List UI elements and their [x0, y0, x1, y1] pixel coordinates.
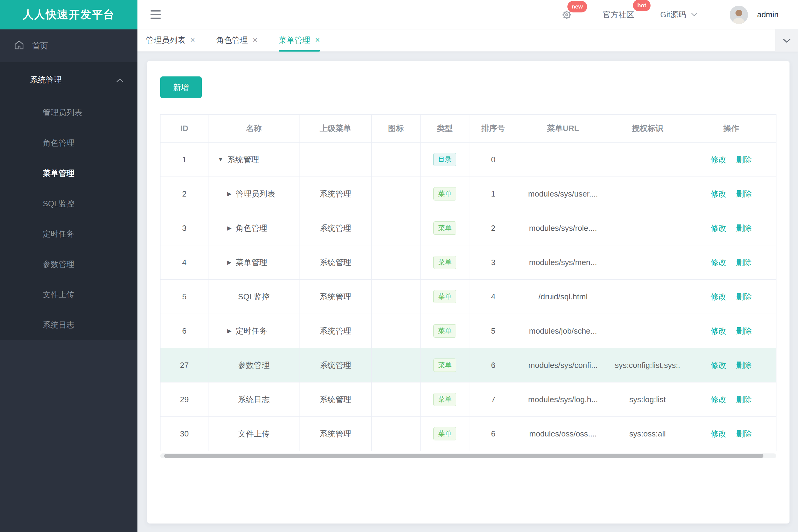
cell-actions: 修改删除	[686, 280, 777, 314]
edit-link[interactable]: 修改	[711, 155, 726, 164]
cell-menu-url: modules/sys/confi...	[517, 348, 609, 382]
tree-expand-icon[interactable]: ▼	[218, 156, 223, 163]
delete-link[interactable]: 删除	[736, 189, 752, 198]
delete-link[interactable]: 删除	[736, 224, 752, 233]
sidebar-group-title[interactable]: 系统管理	[0, 62, 137, 97]
delete-link[interactable]: 删除	[736, 361, 752, 370]
edit-link[interactable]: 修改	[711, 224, 726, 233]
cell-perms: sys:oss:all	[609, 417, 686, 451]
table-row[interactable]: 4▶菜单管理系统管理菜单3modules/sys/men...修改删除	[161, 245, 777, 280]
settings-button[interactable]: new	[560, 7, 574, 22]
cell-parent-menu: 系统管理	[299, 211, 372, 245]
main-content: 新增 ID名称上级菜单图标类型排序号菜单URL授权标识操作 1▼系统管理目录0修…	[137, 52, 798, 532]
tree-collapse-icon[interactable]: ▶	[227, 225, 231, 231]
delete-link[interactable]: 删除	[736, 326, 752, 336]
tree-collapse-icon[interactable]: ▶	[227, 327, 231, 334]
tree-collapse-icon[interactable]: ▶	[227, 259, 231, 266]
edit-link[interactable]: 修改	[711, 361, 726, 370]
sidebar-item[interactable]: 菜单管理	[0, 158, 137, 188]
sidebar-toggle-button[interactable]	[150, 10, 161, 19]
table-row[interactable]: 6▶定时任务系统管理菜单5modules/job/sche...修改删除	[161, 314, 777, 348]
tree-node[interactable]: ▶管理员列表	[208, 189, 299, 199]
table-row[interactable]: 2▶管理员列表系统管理菜单1modules/sys/user....修改删除	[161, 177, 777, 211]
cell-icon	[372, 417, 421, 451]
tab-close-icon[interactable]: ×	[253, 36, 258, 44]
cell-name: ▼系统管理	[208, 142, 299, 177]
tree-node[interactable]: ▶定时任务	[208, 326, 299, 336]
column-header: 名称	[208, 115, 299, 142]
sidebar-item[interactable]: SQL监控	[0, 188, 137, 219]
horizontal-scrollbar-thumb[interactable]	[164, 454, 763, 458]
cell-type: 菜单	[421, 382, 469, 417]
table-row[interactable]: 1▼系统管理目录0修改删除	[161, 142, 777, 177]
tab-close-icon[interactable]: ×	[190, 36, 195, 44]
type-badge-menu: 菜单	[433, 222, 456, 235]
sidebar-item[interactable]: 参数管理	[0, 249, 137, 279]
menu-name-label: 菜单管理	[236, 257, 267, 268]
sidebar-item[interactable]: 系统日志	[0, 310, 137, 340]
cell-menu-url: modules/oss/oss....	[517, 417, 609, 451]
table-row[interactable]: 29系统日志系统管理菜单7modules/sys/log.h...sys:log…	[161, 382, 777, 417]
cell-parent-menu: 系统管理	[299, 280, 372, 314]
cell-name: 文件上传	[208, 417, 299, 451]
community-link[interactable]: 官方社区 hot	[602, 10, 634, 20]
edit-link[interactable]: 修改	[711, 395, 726, 404]
sidebar-item[interactable]: 文件上传	[0, 279, 137, 310]
git-source-label: Git源码	[660, 10, 686, 20]
delete-link[interactable]: 删除	[736, 292, 752, 301]
table-row[interactable]: 30文件上传系统管理菜单6modules/oss/oss....sys:oss:…	[161, 417, 777, 451]
table-row[interactable]: 5SQL监控系统管理菜单4/druid/sql.html修改删除	[161, 280, 777, 314]
cell-id: 2	[161, 177, 208, 211]
git-source-menu[interactable]: Git源码	[660, 10, 698, 20]
cell-order: 3	[469, 245, 517, 280]
cell-type: 菜单	[421, 245, 469, 280]
horizontal-scrollbar-track[interactable]	[160, 453, 776, 458]
menu-table-wrap: ID名称上级菜单图标类型排序号菜单URL授权标识操作 1▼系统管理目录0修改删除…	[160, 114, 777, 458]
open-tabs: 管理员列表×角色管理×菜单管理×	[137, 30, 798, 51]
tree-node[interactable]: ▶菜单管理	[208, 257, 299, 268]
type-badge-menu: 菜单	[433, 393, 456, 406]
avatar[interactable]	[730, 6, 748, 24]
cell-name: ▶定时任务	[208, 314, 299, 348]
tree-node[interactable]: ▶角色管理	[208, 223, 299, 233]
edit-link[interactable]: 修改	[711, 429, 726, 438]
cell-icon	[372, 245, 421, 280]
sidebar-item-home[interactable]: 首页	[0, 30, 137, 62]
table-row[interactable]: 3▶角色管理系统管理菜单2modules/sys/role....修改删除	[161, 211, 777, 245]
cell-id: 6	[161, 314, 208, 348]
cell-icon	[372, 348, 421, 382]
edit-link[interactable]: 修改	[711, 189, 726, 198]
tab-item[interactable]: 管理员列表×	[146, 30, 195, 51]
sidebar-item[interactable]: 定时任务	[0, 219, 137, 249]
tabs-dropdown-button[interactable]	[775, 30, 798, 52]
delete-link[interactable]: 删除	[736, 258, 752, 267]
cell-order: 4	[469, 280, 517, 314]
column-header: 图标	[372, 115, 421, 142]
column-header: 操作	[686, 115, 777, 142]
chevron-up-icon	[116, 75, 124, 84]
tab-active[interactable]: 菜单管理×	[279, 30, 320, 51]
sidebar-item[interactable]: 角色管理	[0, 128, 137, 158]
delete-link[interactable]: 删除	[736, 155, 752, 164]
edit-link[interactable]: 修改	[711, 292, 726, 301]
new-badge: new	[568, 1, 587, 13]
cell-actions: 修改删除	[686, 382, 777, 417]
cell-type: 目录	[421, 142, 469, 177]
edit-link[interactable]: 修改	[711, 258, 726, 267]
username-label[interactable]: admin	[757, 10, 779, 19]
delete-link[interactable]: 删除	[736, 395, 752, 404]
tree-collapse-icon[interactable]: ▶	[227, 190, 231, 197]
edit-link[interactable]: 修改	[711, 326, 726, 336]
delete-link[interactable]: 删除	[736, 429, 752, 438]
add-button[interactable]: 新增	[160, 76, 202, 98]
tab-item[interactable]: 角色管理×	[216, 30, 258, 51]
cell-type: 菜单	[421, 211, 469, 245]
menu-name-label: 定时任务	[236, 326, 267, 336]
cell-parent-menu	[299, 142, 372, 177]
table-row[interactable]: 27参数管理系统管理菜单6modules/sys/confi...sys:con…	[161, 348, 777, 382]
sidebar-item[interactable]: 管理员列表	[0, 97, 137, 128]
tree-node[interactable]: ▼系统管理	[208, 154, 299, 165]
cell-menu-url: modules/job/sche...	[517, 314, 609, 348]
tab-close-icon[interactable]: ×	[315, 36, 320, 44]
content-card: 新增 ID名称上级菜单图标类型排序号菜单URL授权标识操作 1▼系统管理目录0修…	[147, 61, 790, 524]
